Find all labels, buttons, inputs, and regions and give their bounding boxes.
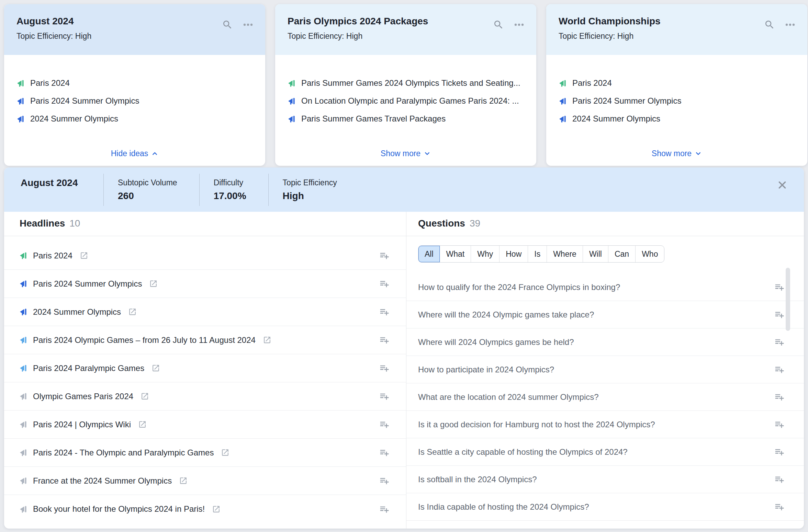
filter-chip-who[interactable]: Who <box>635 246 664 262</box>
external-link-icon[interactable] <box>149 279 158 288</box>
filter-chip-is[interactable]: Is <box>528 246 547 262</box>
card-header[interactable]: August 2024 Topic Efficiency: High <box>4 4 265 55</box>
list-item[interactable]: Paris 2024 <box>559 74 795 92</box>
add-to-list-icon[interactable] <box>379 363 390 373</box>
external-link-icon[interactable] <box>138 420 147 429</box>
more-options-icon[interactable] <box>785 19 796 30</box>
add-to-list-icon[interactable] <box>379 307 390 317</box>
question-text: What are the location of 2024 summer Oly… <box>418 392 599 402</box>
add-to-list-icon[interactable] <box>774 447 785 457</box>
idea-text: Paris 2024 <box>30 78 70 88</box>
headline-row: Paris 2024 <box>4 242 406 270</box>
filter-chip-can[interactable]: Can <box>608 246 635 262</box>
add-to-list-icon[interactable] <box>379 250 390 261</box>
hide-ideas-link[interactable]: Hide ideas <box>4 149 265 158</box>
add-to-list-icon[interactable] <box>774 309 785 320</box>
stat-value: 260 <box>118 190 177 201</box>
add-to-list-icon[interactable] <box>379 278 390 289</box>
megaphone-icon <box>559 79 567 88</box>
headlines-column: Headlines 10 Paris 2024 Paris 2024 Summe… <box>4 212 406 529</box>
filter-chip-where[interactable]: Where <box>547 246 583 262</box>
external-link-icon[interactable] <box>152 364 160 372</box>
add-to-list-icon[interactable] <box>379 419 390 430</box>
chevron-down-icon <box>695 150 702 157</box>
megaphone-icon <box>559 115 567 123</box>
add-to-list-icon[interactable] <box>379 391 390 402</box>
topic-card-paris-olympics-packages: Paris Olympics 2024 Packages Topic Effic… <box>275 4 536 166</box>
filter-chip-how[interactable]: How <box>499 246 528 262</box>
megaphone-icon <box>19 505 28 513</box>
show-more-link[interactable]: Show more <box>275 149 536 158</box>
filter-chip-will[interactable]: Will <box>583 246 608 262</box>
idea-text: 2024 Summer Olympics <box>572 114 660 124</box>
headline-text: Paris 2024 | Olympics Wiki <box>33 420 131 429</box>
filter-chip-what[interactable]: What <box>440 246 471 262</box>
add-to-list-icon[interactable] <box>379 475 390 486</box>
card-idea-list: Paris Summer Games 2024 Olympics Tickets… <box>275 55 536 128</box>
headline-text: Paris 2024 <box>33 251 72 261</box>
questions-header: Questions 39 <box>406 212 804 236</box>
add-to-list-icon[interactable] <box>774 364 785 375</box>
idea-text: Paris Summer Games Travel Packages <box>301 114 446 124</box>
add-to-list-icon[interactable] <box>379 447 390 458</box>
list-item[interactable]: Paris 2024 <box>16 74 253 92</box>
questions-scrollbar[interactable] <box>786 268 790 331</box>
headline-row: Paris 2024 Paralympic Games <box>4 354 406 382</box>
topic-card-world-championships: World Championships Topic Efficiency: Hi… <box>546 4 807 166</box>
external-link-icon[interactable] <box>263 336 271 344</box>
list-item[interactable]: 2024 Summer Olympics <box>559 110 795 128</box>
add-to-list-icon[interactable] <box>774 419 785 430</box>
list-item[interactable]: 2024 Summer Olympics <box>16 110 253 128</box>
stat-label: Subtopic Volume <box>118 178 177 187</box>
headlines-count: 10 <box>69 218 80 229</box>
search-icon[interactable] <box>493 19 504 30</box>
card-header[interactable]: World Championships Topic Efficiency: Hi… <box>546 4 807 55</box>
stat-value: High <box>283 190 337 201</box>
questions-title: Questions <box>418 218 465 229</box>
add-to-list-icon[interactable] <box>774 474 785 485</box>
question-text: Where will the 2024 Olympic games take p… <box>418 310 594 320</box>
external-link-icon[interactable] <box>128 308 137 316</box>
external-link-icon[interactable] <box>221 448 229 457</box>
add-to-list-icon[interactable] <box>774 282 785 292</box>
question-text: Is India capable of hosting the 2024 Oly… <box>418 502 589 512</box>
add-to-list-icon[interactable] <box>379 335 390 345</box>
question-row: How to participate in 2024 Olympics? <box>406 356 804 383</box>
external-link-icon[interactable] <box>141 392 149 401</box>
more-options-icon[interactable] <box>243 19 254 30</box>
megaphone-icon <box>19 476 28 485</box>
add-to-list-icon[interactable] <box>379 504 390 514</box>
topic-efficiency-label: Topic Efficiency: High <box>559 30 795 42</box>
close-icon[interactable] <box>776 179 788 191</box>
external-link-icon[interactable] <box>212 505 221 513</box>
external-link-icon[interactable] <box>179 476 188 485</box>
more-options-icon[interactable] <box>514 19 525 30</box>
idea-text: On Location Olympic and Paralympic Games… <box>301 96 519 106</box>
headline-row: Book your hotel for the Olympics 2024 in… <box>4 495 406 523</box>
list-item[interactable]: Paris Summer Games 2024 Olympics Tickets… <box>288 74 524 92</box>
external-link-icon[interactable] <box>80 251 88 260</box>
show-more-link[interactable]: Show more <box>546 149 807 158</box>
list-item[interactable]: On Location Olympic and Paralympic Games… <box>288 92 524 110</box>
card-header[interactable]: Paris Olympics 2024 Packages Topic Effic… <box>275 4 536 55</box>
list-item[interactable]: Paris 2024 Summer Olympics <box>559 92 795 110</box>
idea-text: Paris 2024 <box>572 78 612 88</box>
list-item[interactable]: Paris 2024 Summer Olympics <box>16 92 253 110</box>
headline-text: Paris 2024 Olympic Games – from 26 July … <box>33 335 256 345</box>
add-to-list-icon[interactable] <box>774 392 785 402</box>
question-text: How to participate in 2024 Olympics? <box>418 365 554 374</box>
stat-value: 17.00% <box>214 190 246 201</box>
card-title: World Championships <box>559 14 795 28</box>
search-icon[interactable] <box>764 19 775 30</box>
megaphone-icon <box>288 79 296 88</box>
list-item[interactable]: Paris Summer Games Travel Packages <box>288 110 524 128</box>
add-to-list-icon[interactable] <box>774 501 785 512</box>
card-title: August 2024 <box>16 14 253 28</box>
stat-subtopic-volume: Subtopic Volume 260 <box>103 174 199 206</box>
filter-chip-all[interactable]: All <box>418 246 440 262</box>
search-icon[interactable] <box>222 19 233 30</box>
question-row: Is Seattle a city capable of hosting the… <box>406 438 804 466</box>
question-row: What are the location of 2024 summer Oly… <box>406 383 804 411</box>
filter-chip-why[interactable]: Why <box>471 246 499 262</box>
add-to-list-icon[interactable] <box>774 337 785 347</box>
